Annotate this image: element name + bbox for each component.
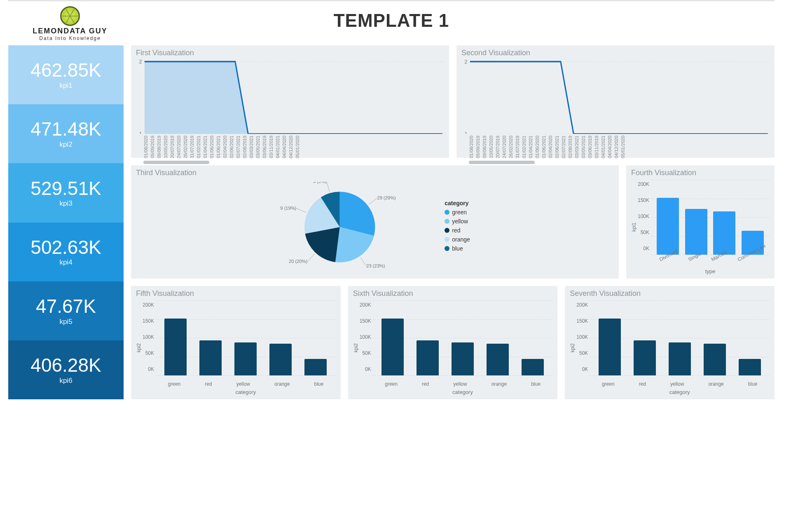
bar-green[interactable] [164, 319, 187, 375]
svg-text:23 (23%): 23 (23%) [366, 263, 385, 268]
kpi-card-kpi1[interactable]: 462.85Kkpi1 [8, 45, 124, 104]
bar-yellow[interactable] [669, 342, 691, 375]
svg-text:2: 2 [139, 60, 142, 65]
legend-swatch-icon [445, 237, 449, 242]
seventh-visualization-chart[interactable]: kpi2200K150K100K50K0Kgreenredyelloworang… [570, 300, 770, 395]
panel-first-viz: First Visualization 1201/08/202005/09/20… [131, 45, 449, 158]
kpi-label: kpi4 [59, 258, 72, 267]
legend-label: green [452, 209, 467, 216]
brand-block: LEMONDATA GUY Data Into Knowledge [8, 1, 132, 41]
bar-blue[interactable] [739, 359, 761, 375]
kpi-card-kpi5[interactable]: 47.67Kkpi5 [8, 281, 124, 340]
brand-tagline: Data Into Knowledge [8, 35, 132, 41]
bar-orange[interactable] [269, 344, 292, 375]
x-axis-ticks: greenredyelloworangeblue [590, 381, 770, 387]
bar-Married[interactable] [713, 211, 735, 255]
panel-title: Third Visualization [136, 169, 614, 177]
kpi-value: 406.28K [30, 355, 101, 376]
bar-Divorced[interactable] [657, 198, 679, 255]
lemon-logo-icon [60, 6, 80, 26]
kpi-card-kpi4[interactable]: 502.63Kkpi4 [8, 223, 124, 281]
legend-label: blue [452, 245, 463, 252]
charts-column: First Visualization 1201/08/202005/09/20… [131, 45, 775, 399]
plot-area: greenredyelloworangebluecategory [156, 300, 336, 395]
panel-title: Fourth Visualization [631, 169, 770, 177]
fifth-visualization-chart[interactable]: kpi2200K150K100K50K0Kgreenredyelloworang… [136, 300, 336, 395]
svg-text:2: 2 [465, 60, 468, 65]
svg-line-14 [297, 208, 307, 212]
svg-text:20 (20%): 20 (20%) [289, 259, 307, 264]
kpi-card-kpi6[interactable]: 406.28Kkpi6 [8, 340, 124, 399]
bar-blue[interactable] [304, 359, 327, 375]
brand-name: LEMONDATA GUY [8, 27, 132, 35]
kpi-label: kpi3 [59, 199, 72, 208]
legend-item-green[interactable]: green [445, 209, 470, 216]
svg-text:29 (29%): 29 (29%) [377, 195, 396, 200]
x-axis-ticks: greenredyelloworangeblue [156, 381, 336, 387]
page-title: TEMPLATE 1 [334, 10, 449, 31]
kpi-value: 47.67K [36, 296, 96, 317]
x-axis-ticks: 01/08/202005/09/201909/08/201910/05/2020… [461, 136, 770, 158]
bar-orange[interactable] [704, 344, 726, 375]
y-axis-label: kpi2 [136, 343, 142, 352]
y-axis-ticks: 200K150K100K50K0K [360, 302, 373, 372]
svg-line-10 [360, 258, 366, 266]
kpi-value: 502.63K [30, 237, 101, 258]
x-axis-ticks: 01/08/202005/09/201909/08/201910/05/2020… [136, 136, 444, 158]
y-axis-label: kpi2 [353, 343, 359, 352]
horizontal-scrollbar[interactable] [143, 161, 209, 164]
second-visualization-chart[interactable]: 1201/08/202005/09/201909/08/201910/05/20… [461, 60, 770, 154]
third-visualization-chart[interactable]: 29 (29%)23 (23%)20 (20%)19 (19%)9 (9%)ca… [136, 180, 614, 274]
panel-sixth-viz: Sixth Visualization kpi2200K150K100K50K0… [348, 286, 558, 399]
bar-green[interactable] [599, 319, 621, 375]
panel-title: Sixth Visualization [353, 289, 553, 298]
row-pie-and-bar: Third Visualization 29 (29%)23 (23%)20 (… [131, 165, 775, 279]
legend-swatch-icon [445, 219, 449, 224]
bar-yellow[interactable] [234, 342, 257, 375]
legend-item-yellow[interactable]: yellow [445, 218, 470, 225]
bar-orange[interactable] [487, 344, 509, 375]
kpi-label: kpi1 [59, 82, 72, 90]
pie-legend: categorygreenyellowredorangeblue [445, 200, 470, 254]
svg-text:1: 1 [465, 131, 468, 134]
first-visualization-chart[interactable]: 1201/08/202005/09/201909/08/201910/05/20… [136, 60, 444, 154]
row-bottom-bars: Fifth Visualization kpi2200K150K100K50K0… [131, 286, 775, 399]
panel-fifth-viz: Fifth Visualization kpi2200K150K100K50K0… [131, 286, 341, 399]
bar-green[interactable] [381, 319, 404, 375]
kpi-label: kpi2 [59, 141, 72, 149]
x-axis-label: category [373, 389, 553, 395]
svg-text:9 (9%): 9 (9%) [313, 182, 327, 184]
legend-swatch-icon [445, 228, 449, 233]
kpi-value: 462.85K [30, 60, 101, 81]
svg-line-12 [307, 254, 315, 262]
legend-item-blue[interactable]: blue [445, 245, 470, 252]
kpi-label: kpi5 [59, 318, 72, 326]
panel-second-viz: Second Visualization 1201/08/202005/09/2… [456, 45, 775, 158]
y-axis-ticks: 200K150K100K50K0K [143, 302, 156, 372]
legend-item-orange[interactable]: orange [445, 236, 470, 243]
bar-Single[interactable] [685, 209, 707, 255]
horizontal-scrollbar[interactable] [469, 161, 535, 164]
panel-title: First Visualization [136, 49, 444, 57]
bar-yellow[interactable] [452, 342, 474, 375]
kpi-value: 529.51K [30, 178, 101, 199]
plot-area: DivorcedSingleMarriedCommon-Lawtype [651, 180, 770, 274]
x-axis-label: category [156, 389, 336, 395]
panel-title: Fifth Visualization [136, 289, 336, 298]
kpi-card-kpi2[interactable]: 471.48Kkpi2 [8, 104, 124, 163]
legend-item-red[interactable]: red [445, 227, 470, 234]
fourth-visualization-chart[interactable]: kpi1200K150K100K50K0KDivorcedSingleMarri… [631, 180, 770, 274]
x-axis-ticks: DivorcedSingleMarriedCommon-Law [651, 260, 770, 266]
panel-third-viz: Third Visualization 29 (29%)23 (23%)20 (… [131, 165, 619, 279]
kpi-card-kpi3[interactable]: 529.51Kkpi3 [8, 163, 124, 222]
row-line-charts: First Visualization 1201/08/202005/09/20… [131, 45, 775, 158]
legend-swatch-icon [445, 246, 449, 251]
kpi-label: kpi6 [59, 377, 72, 385]
bar-red[interactable] [634, 340, 656, 375]
bar-red[interactable] [199, 340, 222, 375]
plot-area: greenredyelloworangebluecategory [373, 300, 553, 395]
bar-blue[interactable] [522, 359, 544, 375]
sixth-visualization-chart[interactable]: kpi2200K150K100K50K0Kgreenredyelloworang… [353, 300, 553, 395]
header: LEMONDATA GUY Data Into Knowledge TEMPLA… [8, 0, 775, 45]
bar-red[interactable] [417, 340, 439, 375]
